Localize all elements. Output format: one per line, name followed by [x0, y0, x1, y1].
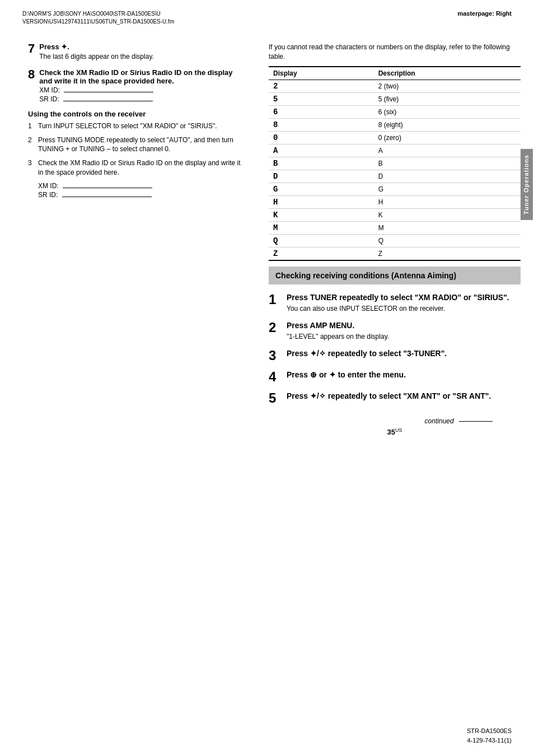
- footer-model: STR-DA1500ES: [467, 726, 512, 736]
- table-row: 22 (two): [269, 80, 521, 92]
- table-cell-display: 8: [269, 118, 374, 131]
- table-cell-description: 5 (five): [374, 92, 521, 105]
- table-row: HH: [269, 195, 521, 208]
- section-box-checking: Checking receiving conditions (Antenna A…: [269, 267, 521, 284]
- table-cell-display: G: [269, 183, 374, 195]
- step-8-block: 8 Check the XM Radio ID or Sirius Radio …: [28, 68, 241, 103]
- table-row: AA: [269, 144, 521, 157]
- table-row: GG: [269, 183, 521, 195]
- table-cell-display: A: [269, 144, 374, 157]
- table-cell-description: K: [374, 208, 521, 221]
- table-cell-display: Z: [269, 247, 374, 260]
- page-container: D:\NORM'S JOB\SONY HA\SO0040\STR-DA1500E…: [0, 0, 534, 756]
- right-step-4-number: 4: [269, 370, 287, 384]
- right-step-5-content: Press ✦/✧ repeatedly to select "XM ANT" …: [287, 391, 521, 401]
- step-8-sr-id: SR ID:: [39, 95, 241, 103]
- instruction-1: 1 Turn INPUT SELECTOR to select "XM RADI…: [28, 122, 241, 131]
- table-row: KK: [269, 208, 521, 221]
- receiver-instructions-list: 1 Turn INPUT SELECTOR to select "XM RADI…: [28, 122, 241, 178]
- instruction-3: 3 Check the XM Radio ID or Sirius Radio …: [28, 158, 241, 178]
- table-row: 88 (eight): [269, 118, 521, 131]
- step-7-block: 7 Press ✦. The last 6 digits appear on t…: [28, 43, 241, 62]
- right-step-1-number: 1: [269, 292, 287, 307]
- sr-id-2: SR ID:: [38, 191, 241, 199]
- right-step-3-content: Press ✦/✧ repeatedly to select "3-TUNER"…: [287, 348, 521, 358]
- file-name: VERSION\US\4129743111\US06TUN_STR-DA1500…: [22, 18, 174, 26]
- table-header-description: Description: [374, 67, 521, 80]
- table-cell-description: G: [374, 183, 521, 195]
- table-cell-description: M: [374, 221, 521, 234]
- table-cell-display: H: [269, 195, 374, 208]
- display-table: Display Description 22 (two)55 (five)66 …: [269, 66, 521, 261]
- continued-line: continued: [269, 417, 521, 425]
- table-cell-display: 2: [269, 80, 374, 92]
- instruction-2: 2 Press TUNING MODE repeatedly to select…: [28, 136, 241, 155]
- table-cell-description: Z: [374, 247, 521, 260]
- step-8-content: Check the XM Radio ID or Sirius Radio ID…: [39, 68, 241, 103]
- footer-part-number: 4-129-743-11(1): [467, 736, 512, 745]
- file-path: D:\NORM'S JOB\SONY HA\SO0040\STR-DA1500E…: [22, 10, 174, 18]
- top-description: If you cannot read the characters or num…: [269, 43, 521, 62]
- table-cell-display: B: [269, 157, 374, 170]
- section-heading-receiver: Using the controls on the receiver: [28, 110, 241, 118]
- table-row: 55 (five): [269, 92, 521, 105]
- right-step-2-number: 2: [269, 320, 287, 335]
- table-row: DD: [269, 170, 521, 183]
- header-meta: D:\NORM'S JOB\SONY HA\SO0040\STR-DA1500E…: [0, 0, 534, 26]
- right-step-1-content: Press TUNER repeatedly to select "XM RAD…: [287, 292, 521, 314]
- xm-id-2: XM ID:: [38, 182, 241, 190]
- right-column: If you cannot read the characters or num…: [257, 37, 532, 442]
- right-step-4-content: Press ⊕ or ✦ to enter the menu.: [287, 370, 521, 380]
- table-row: ZZ: [269, 247, 521, 260]
- table-row: BB: [269, 157, 521, 170]
- right-step-2-body: "1-LEVEL" appears on the display.: [287, 332, 521, 342]
- table-cell-description: A: [374, 144, 521, 157]
- step-8-number: 8: [28, 68, 35, 81]
- right-step-3-block: 3Press ✦/✧ repeatedly to select "3-TUNER…: [269, 348, 521, 363]
- right-step-3-number: 3: [269, 348, 287, 363]
- table-cell-description: 8 (eight): [374, 118, 521, 131]
- footer: STR-DA1500ES 4-129-743-11(1): [467, 726, 512, 745]
- right-step-5-number: 5: [269, 391, 287, 405]
- table-cell-display: 6: [269, 105, 374, 118]
- table-header-display: Display: [269, 67, 374, 80]
- right-step-1-block: 1Press TUNER repeatedly to select "XM RA…: [269, 292, 521, 314]
- right-steps-container: 1Press TUNER repeatedly to select "XM RA…: [269, 292, 521, 406]
- right-step-4-block: 4Press ⊕ or ✦ to enter the menu.: [269, 370, 521, 384]
- table-cell-description: 6 (six): [374, 105, 521, 118]
- step-8-title: Check the XM Radio ID or Sirius Radio ID…: [39, 68, 241, 85]
- table-cell-display: K: [269, 208, 374, 221]
- right-step-5-title: Press ✦/✧ repeatedly to select "XM ANT" …: [287, 391, 521, 401]
- table-cell-display: D: [269, 170, 374, 183]
- table-cell-description: Q: [374, 234, 521, 247]
- side-tab: Tuner Operations: [521, 149, 533, 220]
- main-content: 7 Press ✦. The last 6 digits appear on t…: [0, 26, 534, 442]
- right-step-2-content: Press AMP MENU."1-LEVEL" appears on the …: [287, 320, 521, 342]
- table-cell-display: 0: [269, 131, 374, 144]
- table-cell-description: H: [374, 195, 521, 208]
- left-column: 7 Press ✦. The last 6 digits appear on t…: [0, 37, 257, 442]
- page-number: 35US: [269, 427, 521, 436]
- table-row: 66 (six): [269, 105, 521, 118]
- right-step-2-title: Press AMP MENU.: [287, 320, 521, 330]
- table-row: 00 (zero): [269, 131, 521, 144]
- table-cell-description: D: [374, 170, 521, 183]
- table-cell-description: B: [374, 157, 521, 170]
- step-8-xm-id: XM ID:: [39, 86, 241, 94]
- right-step-3-title: Press ✦/✧ repeatedly to select "3-TUNER"…: [287, 348, 521, 358]
- step-7-number: 7: [28, 43, 35, 55]
- table-cell-display: 5: [269, 92, 374, 105]
- table-cell-display: M: [269, 221, 374, 234]
- table-cell-display: Q: [269, 234, 374, 247]
- table-row: QQ: [269, 234, 521, 247]
- table-row: MM: [269, 221, 521, 234]
- right-step-2-block: 2Press AMP MENU."1-LEVEL" appears on the…: [269, 320, 521, 342]
- step-7-title: Press ✦.: [39, 43, 241, 51]
- id-lines-2: XM ID: SR ID:: [38, 182, 241, 199]
- table-cell-description: 0 (zero): [374, 131, 521, 144]
- header-file-info: D:\NORM'S JOB\SONY HA\SO0040\STR-DA1500E…: [22, 10, 174, 26]
- right-step-1-title: Press TUNER repeatedly to select "XM RAD…: [287, 292, 521, 302]
- right-step-1-body: You can also use INPUT SELECTOR on the r…: [287, 304, 521, 314]
- step-7-body: The last 6 digits appear on the display.: [39, 52, 241, 62]
- step-7-content: Press ✦. The last 6 digits appear on the…: [39, 43, 241, 62]
